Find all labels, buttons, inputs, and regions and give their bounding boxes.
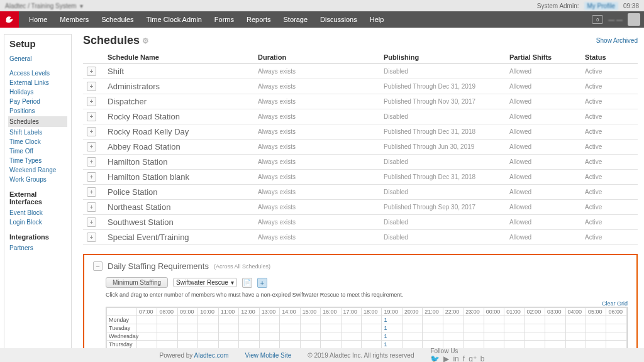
grid-cell[interactable]: [464, 316, 484, 324]
grid-cell[interactable]: [239, 324, 259, 332]
grid-cell[interactable]: [157, 324, 177, 332]
grid-cell[interactable]: [321, 316, 341, 324]
schedule-name[interactable]: Special Event/Training: [108, 233, 189, 242]
sidebar-item-holidays[interactable]: Holidays: [9, 87, 66, 97]
schedule-name[interactable]: Abbey Road Station: [108, 142, 180, 151]
expand-icon[interactable]: +: [87, 82, 96, 91]
grid-cell[interactable]: [525, 332, 545, 341]
grid-cell[interactable]: [545, 324, 565, 332]
grid-cell[interactable]: [321, 341, 341, 349]
grid-cell[interactable]: [259, 324, 279, 332]
grid-cell[interactable]: [137, 341, 157, 349]
grid-cell[interactable]: [218, 324, 238, 332]
grid-cell[interactable]: [361, 341, 381, 349]
grid-cell[interactable]: [606, 316, 627, 324]
grid-cell[interactable]: [321, 332, 341, 341]
grid-cell[interactable]: [300, 341, 320, 349]
sidebar-item-event-block[interactable]: Event Block: [9, 208, 66, 217]
grid-cell[interactable]: [525, 316, 545, 324]
grid-cell[interactable]: [443, 324, 463, 332]
grid-cell[interactable]: [545, 341, 565, 349]
grid-cell[interactable]: [402, 341, 422, 349]
grid-cell[interactable]: [565, 316, 586, 324]
grid-cell[interactable]: [341, 341, 361, 349]
sidebar-item-positions[interactable]: Positions: [9, 106, 66, 116]
grid-cell[interactable]: [504, 324, 525, 332]
grid-cell[interactable]: 1: [382, 341, 402, 349]
grid-cell[interactable]: [586, 341, 606, 349]
grid-cell[interactable]: [198, 316, 218, 324]
schedule-name[interactable]: Dispatcher: [108, 97, 147, 106]
grid-cell[interactable]: [464, 332, 484, 341]
grid-cell[interactable]: [300, 324, 320, 332]
grid-cell[interactable]: [443, 332, 463, 341]
schedule-name[interactable]: Police Station: [108, 187, 158, 197]
grid-cell[interactable]: 1: [382, 332, 402, 341]
grid-cell[interactable]: [606, 332, 627, 341]
schedule-name[interactable]: Shift: [108, 67, 124, 76]
expand-icon[interactable]: +: [87, 142, 96, 151]
grid-cell[interactable]: [177, 316, 197, 324]
grid-cell[interactable]: [565, 332, 586, 341]
google-plus-icon[interactable]: g⁺: [469, 354, 477, 363]
footer-mobile-link[interactable]: View Mobile Site: [245, 352, 292, 359]
requirement-select[interactable]: Swiftwater Rescue▾: [173, 278, 237, 287]
grid-cell[interactable]: [606, 324, 627, 332]
facebook-icon[interactable]: f: [463, 354, 465, 363]
nav-schedules[interactable]: Schedules: [95, 11, 140, 28]
calendar-icon[interactable]: 0: [592, 15, 603, 24]
grid-cell[interactable]: [606, 341, 627, 349]
grid-cell[interactable]: [484, 341, 504, 349]
nav-discussions[interactable]: Discussions: [314, 11, 364, 28]
nav-help[interactable]: Help: [364, 11, 391, 28]
grid-cell[interactable]: [198, 324, 218, 332]
grid-cell[interactable]: [137, 316, 157, 324]
user-name[interactable]: — —: [608, 16, 623, 23]
grid-cell[interactable]: [361, 316, 381, 324]
youtube-icon[interactable]: ▶: [443, 354, 449, 363]
grid-cell[interactable]: [423, 332, 443, 341]
schedule-name[interactable]: Administrators: [108, 82, 160, 91]
sidebar-item-time-clock[interactable]: Time Clock: [9, 137, 66, 146]
grid-cell[interactable]: [484, 324, 504, 332]
grid-cell[interactable]: [504, 332, 525, 341]
sidebar-item-access-levels[interactable]: Access Levels: [9, 69, 66, 78]
sidebar-item-partners[interactable]: Partners: [9, 243, 66, 253]
sidebar-item-time-types[interactable]: Time Types: [9, 156, 66, 165]
grid-cell[interactable]: 1: [382, 316, 402, 324]
sidebar-item-login-block[interactable]: Login Block: [9, 217, 66, 227]
show-archived-link[interactable]: Show Archived: [596, 37, 638, 44]
grid-cell[interactable]: [157, 316, 177, 324]
minimum-staffing-tab[interactable]: Minimum Staffing: [106, 277, 168, 288]
expand-icon[interactable]: +: [87, 97, 96, 106]
nav-storage[interactable]: Storage: [277, 11, 314, 28]
grid-cell[interactable]: [484, 332, 504, 341]
grid-cell[interactable]: [239, 316, 259, 324]
grid-cell[interactable]: [565, 341, 586, 349]
grid-cell[interactable]: [545, 316, 565, 324]
grid-cell[interactable]: [504, 341, 525, 349]
sidebar-item-work-groups[interactable]: Work Groups: [9, 175, 66, 184]
grid-cell[interactable]: [259, 341, 279, 349]
grid-cell[interactable]: [402, 332, 422, 341]
grid-cell[interactable]: [239, 332, 259, 341]
sidebar-item-external-links[interactable]: External Links: [9, 78, 66, 87]
grid-cell[interactable]: [586, 316, 606, 324]
schedule-name[interactable]: Hamilton Station: [108, 157, 167, 167]
gear-icon[interactable]: ⚙: [142, 36, 149, 45]
grid-cell[interactable]: [402, 316, 422, 324]
logo-icon[interactable]: [0, 11, 19, 28]
grid-cell[interactable]: [341, 316, 361, 324]
nav-time-clock-admin[interactable]: Time Clock Admin: [140, 11, 208, 28]
grid-cell[interactable]: [402, 324, 422, 332]
profile-chip[interactable]: My Profile: [584, 2, 618, 10]
grid-cell[interactable]: [525, 324, 545, 332]
grid-cell[interactable]: [586, 324, 606, 332]
expand-icon[interactable]: +: [87, 157, 96, 167]
nav-members[interactable]: Members: [53, 11, 95, 28]
grid-cell[interactable]: [361, 332, 381, 341]
grid-cell[interactable]: [341, 332, 361, 341]
grid-cell[interactable]: [545, 332, 565, 341]
sidebar-item-time-off[interactable]: Time Off: [9, 146, 66, 156]
grid-cell[interactable]: [423, 316, 443, 324]
